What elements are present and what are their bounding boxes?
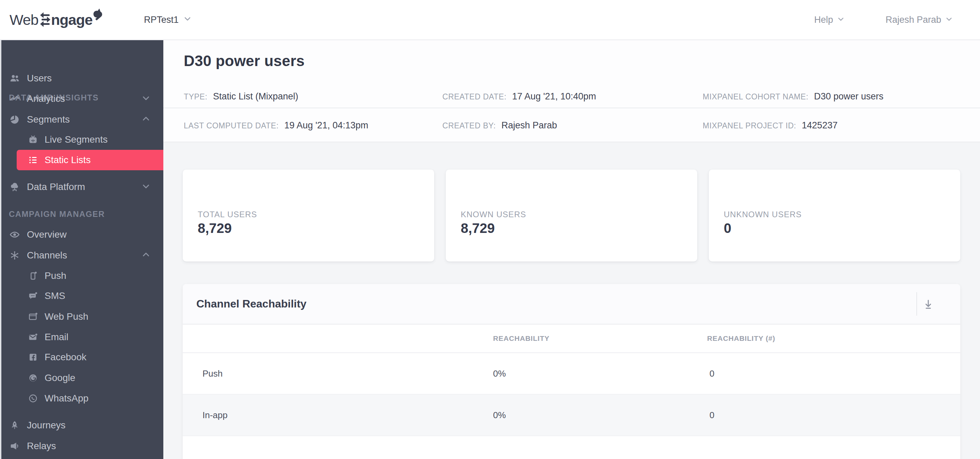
email-channel-icon [27, 332, 38, 343]
sidebar-label-data-platform: Data Platform [27, 182, 85, 192]
meta-created-by-label: CREATED BY: [442, 121, 496, 130]
cell-reachability: 0% [493, 395, 506, 435]
known-users-card: KNOWN USERS 8,729 [446, 170, 697, 261]
meta-type-label: TYPE: [184, 92, 207, 101]
chevron-down-icon [837, 14, 845, 25]
table-row-partial [183, 436, 960, 459]
whatsapp-icon [27, 393, 38, 404]
sidebar-item-users[interactable]: Users [0, 68, 163, 89]
download-icon [922, 298, 934, 311]
static-lists-icon [27, 155, 38, 166]
sidebar-item-segments[interactable]: Segments [0, 109, 163, 130]
window-edge [0, 40, 2, 459]
meta-last-computed: LAST COMPUTED DATE: 19 Aug '21, 04:13pm [184, 108, 368, 144]
sidebar-item-push[interactable]: Push [0, 266, 163, 286]
channels-hub-icon [9, 250, 21, 261]
sidebar-item-relays[interactable]: Relays [0, 436, 163, 456]
sidebar-section-campaign-manager: CAMPAIGN MANAGER [9, 209, 105, 219]
column-header-reachability: REACHABILITY [493, 325, 550, 352]
help-label: Help [814, 14, 833, 25]
sidebar-label-sms: SMS [45, 290, 65, 301]
users-icon [9, 73, 21, 84]
meta-created-by-value: Rajesh Parab [501, 120, 557, 131]
logo-arrows-e-icon [40, 12, 50, 27]
sidebar-label-google: Google [45, 373, 75, 383]
sidebar-item-data-platform[interactable]: Data Platform [0, 177, 163, 197]
sidebar-label-channels: Channels [27, 250, 67, 261]
sidebar-label-live-segments: Live Segments [45, 134, 108, 145]
sidebar-item-overview[interactable]: Overview [0, 225, 163, 245]
segments-icon [9, 114, 21, 125]
sidebar-item-web-push[interactable]: Web Push [0, 306, 163, 327]
meta-project-id-value: 1425237 [802, 120, 837, 131]
sidebar-item-google[interactable]: Google [0, 368, 163, 388]
sms-channel-icon [27, 291, 38, 301]
chevron-up-icon [142, 115, 150, 124]
webengage-app: Web ngage RPTest1 Help [0, 0, 980, 459]
logo-text-ngage: ngage [51, 11, 92, 28]
sidebar-item-analytics[interactable]: Analytics [0, 89, 163, 109]
cell-channel: In-app [202, 395, 228, 435]
panel-title: Channel Reachability [196, 284, 307, 324]
cell-reachability: 0% [493, 353, 506, 394]
download-button[interactable] [920, 296, 937, 312]
sidebar-label-analytics: Analytics [27, 93, 65, 104]
unknown-users-label: UNKNOWN USERS [724, 210, 802, 219]
meta-row-1: TYPE: Static List (Mixpanel) CREATED DAT… [163, 85, 980, 108]
web-push-channel-icon [27, 312, 38, 322]
cell-reachability-count: 0 [710, 395, 714, 435]
sidebar-item-journeys[interactable]: Journeys [0, 415, 163, 435]
sidebar-label-web-push: Web Push [45, 311, 89, 322]
analytics-icon [9, 93, 21, 105]
unknown-users-card: UNKNOWN USERS 0 [709, 170, 960, 261]
live-segments-icon [27, 134, 38, 145]
sidebar-item-email[interactable]: Email [0, 327, 163, 347]
known-users-value: 8,729 [461, 221, 495, 236]
chevron-up-icon [142, 250, 150, 260]
chevron-down-icon [183, 14, 192, 25]
user-menu[interactable]: Rajesh Parab [885, 14, 953, 25]
meta-cohort-name-label: MIXPANEL COHORT NAME: [703, 92, 808, 101]
panel-header: Channel Reachability [183, 284, 960, 325]
help-menu[interactable]: Help [814, 14, 845, 25]
table-row-push: Push 0% 0 [183, 353, 960, 395]
channel-reachability-panel: Channel Reachability REACHABILITY REACHA… [183, 284, 960, 459]
sidebar-label-facebook: Facebook [45, 352, 86, 363]
sidebar-item-static-lists[interactable]: Static Lists [0, 150, 163, 170]
webengage-logo[interactable]: Web ngage [10, 8, 108, 33]
table-row-in-app: In-app 0% 0 [183, 395, 960, 436]
data-platform-icon [9, 181, 21, 193]
sidebar-label-email: Email [45, 332, 68, 343]
sidebar-item-whatsapp[interactable]: WhatsApp [0, 388, 163, 409]
meta-project-id: MIXPANEL PROJECT ID: 1425237 [703, 108, 837, 144]
logo-bird-icon [94, 8, 102, 21]
project-selector[interactable]: RPTest1 [144, 0, 192, 40]
known-users-label: KNOWN USERS [461, 210, 526, 219]
column-header-reachability-count: REACHABILITY (#) [707, 325, 775, 352]
rocket-icon [9, 419, 21, 431]
webengage-logo-icon: Web ngage [10, 8, 108, 32]
sidebar-item-live-segments[interactable]: Live Segments [0, 129, 163, 150]
meta-type: TYPE: Static List (Mixpanel) [184, 85, 298, 109]
sidebar-item-sms[interactable]: SMS [0, 286, 163, 306]
chevron-down-icon [142, 94, 150, 104]
sidebar: DATA AND INSIGHTS Users Analyt [0, 40, 163, 459]
cell-reachability-count: 0 [710, 353, 714, 394]
sidebar-label-whatsapp: WhatsApp [45, 393, 89, 404]
megaphone-icon [9, 440, 21, 452]
chevron-down-icon [945, 14, 953, 25]
google-icon [27, 373, 38, 383]
meta-last-computed-value: 19 Aug '21, 04:13pm [284, 120, 368, 131]
meta-created-date-label: CREATED DATE: [442, 92, 506, 101]
project-name: RPTest1 [144, 14, 179, 25]
total-users-label: TOTAL USERS [198, 210, 257, 219]
sidebar-label-journeys: Journeys [27, 420, 66, 431]
sidebar-item-channels[interactable]: Channels [0, 245, 163, 266]
table-header-row: REACHABILITY REACHABILITY (#) [183, 325, 960, 353]
sidebar-label-relays: Relays [27, 441, 56, 451]
meta-created-date-value: 17 Aug '21, 10:40pm [512, 91, 596, 102]
facebook-icon [27, 352, 38, 363]
sidebar-item-facebook[interactable]: Facebook [0, 347, 163, 367]
sidebar-label-users: Users [27, 73, 52, 84]
cell-channel: Push [202, 353, 223, 394]
